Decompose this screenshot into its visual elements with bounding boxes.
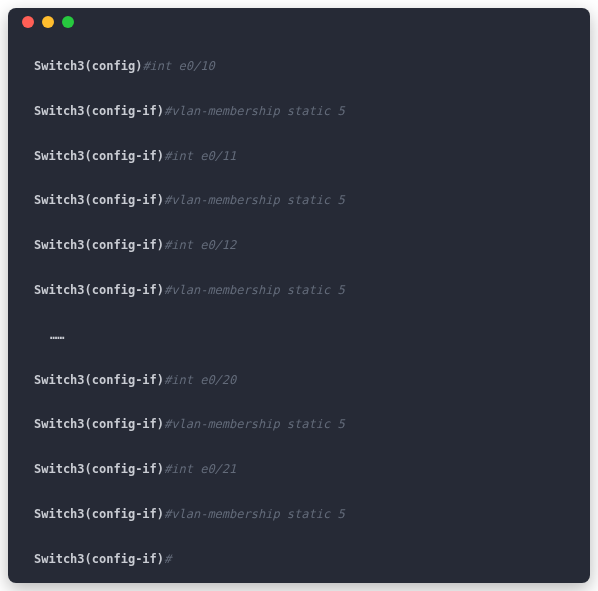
prompt-text: Switch3(config-if) [34,283,164,297]
prompt-text: Switch3(config) [34,59,142,73]
terminal-line: Switch3(config-if)#int e0/12 [34,237,564,254]
prompt-text: Switch3(config-if) [34,417,164,431]
comment-text: #vlan-membership static 5 [164,193,345,207]
maximize-icon[interactable] [62,16,74,28]
terminal-line: Switch3(config-if)#int e0/11 [34,148,564,165]
terminal-body: Switch3(config)#int e0/10 Switch3(config… [8,36,590,583]
prompt-text: Switch3(config-if) [34,149,164,163]
comment-text: #vlan-membership static 5 [164,104,345,118]
terminal-line: Switch3(config-if)#vlan-membership stati… [34,103,564,120]
prompt-text: Switch3(config-if) [34,373,164,387]
minimize-icon[interactable] [42,16,54,28]
prompt-text: Switch3(config-if) [34,104,164,118]
comment-text: #int e0/12 [164,238,236,252]
window-titlebar [8,8,590,36]
close-icon[interactable] [22,16,34,28]
terminal-line: Switch3(config-if)# [34,551,564,568]
terminal-line: Switch3(config-if)#vlan-membership stati… [34,506,564,523]
comment-text: #vlan-membership static 5 [164,283,345,297]
prompt-text: Switch3(config-if) [34,193,164,207]
prompt-text: Switch3(config-if) [34,462,164,476]
prompt-text: Switch3(config-if) [34,552,164,566]
comment-text: #vlan-membership static 5 [164,417,345,431]
ellipsis-text: …… [50,327,564,344]
terminal-line: Switch3(config-if)#int e0/21 [34,461,564,478]
terminal-line: Switch3(config-if)#vlan-membership stati… [34,282,564,299]
terminal-window: Switch3(config)#int e0/10 Switch3(config… [8,8,590,583]
prompt-text: Switch3(config-if) [34,238,164,252]
comment-text: #int e0/10 [142,59,214,73]
comment-text: #int e0/21 [164,462,236,476]
terminal-line: Switch3(config-if)#int e0/20 [34,372,564,389]
comment-text: #int e0/20 [164,373,236,387]
comment-text: # [164,552,171,566]
prompt-text: Switch3(config-if) [34,507,164,521]
terminal-line: Switch3(config)#int e0/10 [34,58,564,75]
comment-text: #vlan-membership static 5 [164,507,345,521]
terminal-line: Switch3(config-if)#vlan-membership stati… [34,416,564,433]
comment-text: #int e0/11 [164,149,236,163]
terminal-line: Switch3(config-if)#vlan-membership stati… [34,192,564,209]
